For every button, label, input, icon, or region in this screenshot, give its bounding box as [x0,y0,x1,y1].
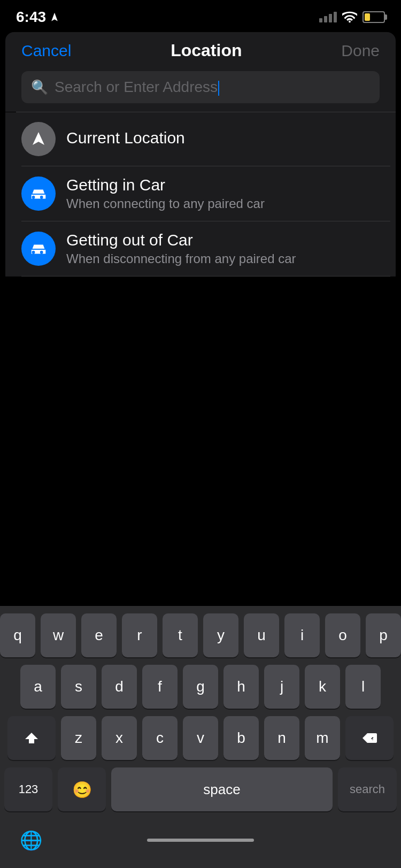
list-item[interactable]: Getting in Car When connecting to any pa… [5,166,396,221]
search-key[interactable]: search [338,767,397,811]
home-indicator [147,839,254,842]
status-bar: 6:43 [0,0,401,32]
key-q[interactable]: q [0,613,35,657]
key-i[interactable]: i [284,613,320,657]
key-s[interactable]: s [61,665,96,709]
search-icon: 🔍 [31,79,48,96]
key-d[interactable]: d [102,665,137,709]
current-location-icon [21,122,56,156]
current-location-text: Current Location [66,129,380,149]
signal-icon [319,12,337,22]
key-t[interactable]: t [163,613,198,657]
getting-out-of-car-icon [21,232,56,266]
key-j[interactable]: j [264,665,299,709]
bottom-bar: 🌐 [4,819,397,865]
key-o[interactable]: o [325,613,360,657]
cancel-button[interactable]: Cancel [21,42,71,60]
numbers-key[interactable]: 123 [4,767,52,811]
keyboard-row-1: q w e r t y u i o p [4,613,397,657]
status-time: 6:43 [16,9,60,26]
list-container: Current Location Getting in Car When con… [5,112,396,276]
home-indicator-container [47,839,354,842]
battery-icon [363,11,385,23]
key-m[interactable]: m [305,716,340,760]
emoji-key[interactable]: 😊 [58,767,106,811]
getting-in-car-icon [21,176,56,211]
space-key[interactable]: space [111,767,333,811]
keyboard: q w e r t y u i o p a s d f g h j k l z … [0,606,401,868]
key-a[interactable]: a [20,665,56,709]
key-e[interactable]: e [81,613,117,657]
key-y[interactable]: y [203,613,238,657]
list-item[interactable]: Current Location [5,112,396,166]
done-button[interactable]: Done [341,42,380,60]
empty-content-area [0,276,401,480]
getting-out-of-car-text: Getting out of Car When disconnecting fr… [66,231,380,266]
keyboard-row-3: z x c v b n m [4,716,397,760]
status-icons [319,11,385,23]
search-bar[interactable]: 🔍 Search or Enter Address [21,71,380,103]
shift-key[interactable] [7,716,56,760]
getting-in-car-text: Getting in Car When connecting to any pa… [66,176,380,211]
key-f[interactable]: f [142,665,178,709]
time-display: 6:43 [16,9,46,26]
globe-icon[interactable]: 🌐 [15,824,47,856]
page-title: Location [171,41,242,60]
key-r[interactable]: r [122,613,157,657]
key-c[interactable]: c [142,716,178,760]
key-x[interactable]: x [102,716,137,760]
keyboard-row-4: 123 😊 space search [4,767,397,811]
location-arrow-icon [49,12,60,22]
search-input[interactable]: Search or Enter Address [55,79,370,96]
key-b[interactable]: b [223,716,259,760]
key-u[interactable]: u [244,613,279,657]
key-l[interactable]: l [345,665,381,709]
nav-bar: Cancel Location Done [5,32,396,66]
key-h[interactable]: h [223,665,259,709]
key-g[interactable]: g [183,665,218,709]
wifi-icon [342,11,357,23]
list-item[interactable]: Getting out of Car When disconnecting fr… [5,221,396,276]
key-k[interactable]: k [305,665,340,709]
key-w[interactable]: w [41,613,76,657]
key-p[interactable]: p [366,613,401,657]
keyboard-row-2: a s d f g h j k l [4,665,397,709]
key-n[interactable]: n [264,716,299,760]
key-z[interactable]: z [61,716,96,760]
search-container: 🔍 Search or Enter Address [5,66,396,112]
key-v[interactable]: v [183,716,218,760]
backspace-key[interactable] [345,716,394,760]
